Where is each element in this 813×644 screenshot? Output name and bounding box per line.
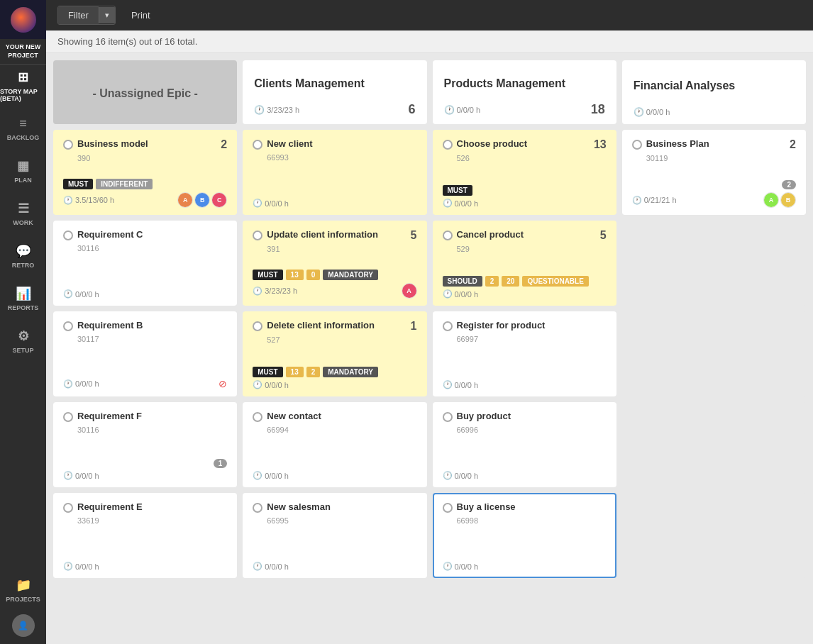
clock-icon: 🕐: [253, 380, 262, 389]
story-card[interactable]: Register for product66997🕐 0/0/0 h: [433, 311, 616, 396]
story-card[interactable]: Cancel product5529SHOULD220QUESTIONABLE🕐…: [433, 221, 616, 306]
story-card[interactable]: Requirement F301161🕐 0/0/0 h: [53, 402, 237, 487]
avatar: B: [780, 192, 796, 208]
filter-dropdown-arrow[interactable]: ▾: [99, 7, 115, 23]
card-tag: SHOULD: [443, 276, 482, 287]
card-time: 🕐 0/0/0 h: [443, 471, 479, 480]
card-id: 33619: [77, 516, 227, 525]
story-card[interactable]: Requirement B30117🕐 0/0/0 h⊘: [53, 311, 237, 396]
sidebar-item-label: BACKLOG: [7, 134, 40, 141]
epic-time-financial: 🕐 0/0/0 h: [634, 107, 670, 117]
story-card[interactable]: Update client information5391MUST130MAND…: [243, 221, 426, 306]
setup-icon: ⚙: [18, 328, 29, 344]
app-logo: [0, 0, 46, 39]
card-id: 66994: [267, 426, 416, 434]
epic-unassigned: - Unassigned Epic -: [53, 60, 237, 124]
sidebar-item-plan[interactable]: ▦ PLAN: [0, 150, 46, 192]
card-title: Delete client information: [267, 320, 406, 332]
story-card[interactable]: [622, 221, 806, 306]
story-card[interactable]: [622, 402, 806, 487]
status-dot: [253, 321, 262, 331]
card-time-row: 🕐 0/0/0 h: [443, 289, 607, 299]
card-title: Requirement E: [77, 501, 227, 513]
card-title: Requirement C: [77, 229, 227, 241]
story-card[interactable]: Business Plan2301192🕐 0/21/21 hAB: [622, 130, 806, 215]
story-card[interactable]: Delete client information1527MUST132MAND…: [243, 311, 426, 396]
card-time-row: 🕐 3/23/23 hA: [253, 283, 416, 299]
epic-meta-products: 🕐 0/0/0 h 18: [444, 102, 605, 117]
sidebar-item-story-map[interactable]: ⊞ STORY MAP (BETA): [0, 65, 46, 107]
card-id: 30116: [77, 244, 227, 252]
sidebar-item-projects[interactable]: 📁 PROJECTS: [0, 569, 46, 611]
card-id: 529: [457, 245, 607, 253]
card-time: 🕐 0/0/0 h: [63, 379, 99, 389]
stories-container: Business model2390MUSTINDIFFERENT🕐 3.5/1…: [53, 130, 806, 578]
sidebar-item-reports[interactable]: 📊 REPORTS: [0, 277, 46, 320]
card-tag: 2: [306, 367, 321, 377]
epic-title-unassigned: - Unassigned Epic -: [65, 70, 226, 117]
story-card[interactable]: New salesman66995🕐 0/0/0 h: [243, 493, 426, 578]
card-title: New salesman: [267, 501, 416, 513]
story-card[interactable]: [622, 311, 806, 396]
epic-title-clients: Clients Management: [254, 70, 415, 96]
card-footer: MUST132MANDATORY🕐 0/0/0 h: [253, 367, 416, 389]
card-footer: 🕐 0/0/0 h: [63, 562, 227, 571]
card-tag: MANDATORY: [323, 367, 378, 377]
print-button[interactable]: Print: [124, 6, 157, 24]
card-id: 66997: [457, 335, 607, 343]
story-card[interactable]: Requirement C30116🕐 0/0/0 h: [53, 221, 237, 306]
epic-meta-financial: 🕐 0/0/0 h: [634, 107, 795, 117]
story-card[interactable]: New contact66994🕐 0/0/0 h: [243, 402, 426, 487]
avatar: B: [194, 192, 210, 208]
sidebar-item-work[interactable]: ☰ WORK: [0, 192, 46, 235]
card-time-row: 🕐 0/21/21 hAB: [632, 192, 796, 208]
toolbar: Filter ▾ Print: [46, 0, 813, 30]
story-card[interactable]: Requirement E33619🕐 0/0/0 h: [53, 493, 237, 578]
clock-icon: 🕐: [253, 287, 262, 296]
card-footer: 🕐 0/0/0 h: [63, 289, 227, 299]
card-title: New client: [267, 138, 416, 150]
card-time: 🕐 0/0/0 h: [253, 199, 289, 208]
card-tag: MUST: [63, 179, 93, 189]
card-time: 🕐 3.5/13/60 h: [63, 196, 114, 205]
card-time-row: 🕐 0/0/0 h: [253, 562, 416, 571]
card-count: 2: [790, 138, 796, 151]
filter-label[interactable]: Filter: [58, 6, 99, 24]
story-card[interactable]: New client66993🕐 0/0/0 h: [243, 130, 426, 215]
story-card[interactable]: Business model2390MUSTINDIFFERENT🕐 3.5/1…: [53, 130, 237, 215]
card-footer: SHOULD220QUESTIONABLE🕐 0/0/0 h: [443, 276, 607, 299]
story-card[interactable]: Choose product13526MUST🕐 0/0/0 h: [433, 130, 616, 215]
epic-title-financial: Financial Analyses: [634, 70, 795, 101]
sidebar-item-label: RETRO: [12, 262, 35, 269]
status-dot: [253, 140, 262, 150]
sidebar-item-backlog[interactable]: ≡ BACKLOG: [0, 107, 46, 150]
card-footer: 🕐 0/0/0 h: [253, 562, 416, 571]
warning-icon: ⊘: [219, 378, 227, 389]
clock-icon: 🕐: [254, 105, 265, 115]
status-dot: [443, 321, 453, 331]
card-time-row: 🕐 0/0/0 h: [443, 199, 607, 208]
retro-icon: 💬: [16, 243, 31, 259]
card-title: Buy product: [457, 411, 607, 423]
backlog-icon: ≡: [19, 116, 27, 131]
story-card[interactable]: [622, 493, 806, 578]
card-id: 30117: [77, 335, 227, 343]
card-id: 30119: [646, 154, 796, 162]
user-avatar[interactable]: 👤: [12, 614, 35, 637]
status-bar: Showing 16 item(s) out of 16 total.: [46, 30, 813, 53]
card-title: Choose product: [457, 138, 590, 150]
sidebar-item-label: PLAN: [14, 177, 32, 184]
card-title: Cancel product: [457, 229, 596, 241]
clock-icon: 🕐: [443, 562, 453, 571]
card-title: Register for product: [457, 320, 607, 332]
filter-button[interactable]: Filter ▾: [57, 6, 116, 25]
clock-icon: 🕐: [63, 379, 73, 389]
story-card[interactable]: Buy a license66998🕐 0/0/0 h: [433, 493, 616, 578]
sidebar-item-setup[interactable]: ⚙ SETUP: [0, 320, 46, 362]
card-time: 🕐 0/0/0 h: [443, 199, 479, 208]
sidebar-item-retro[interactable]: 💬 RETRO: [0, 235, 46, 277]
clock-icon: 🕐: [253, 471, 262, 480]
avatar: A: [763, 192, 779, 208]
story-card[interactable]: Buy product66996🕐 0/0/0 h: [433, 402, 616, 487]
epic-title-products: Products Management: [444, 70, 605, 96]
